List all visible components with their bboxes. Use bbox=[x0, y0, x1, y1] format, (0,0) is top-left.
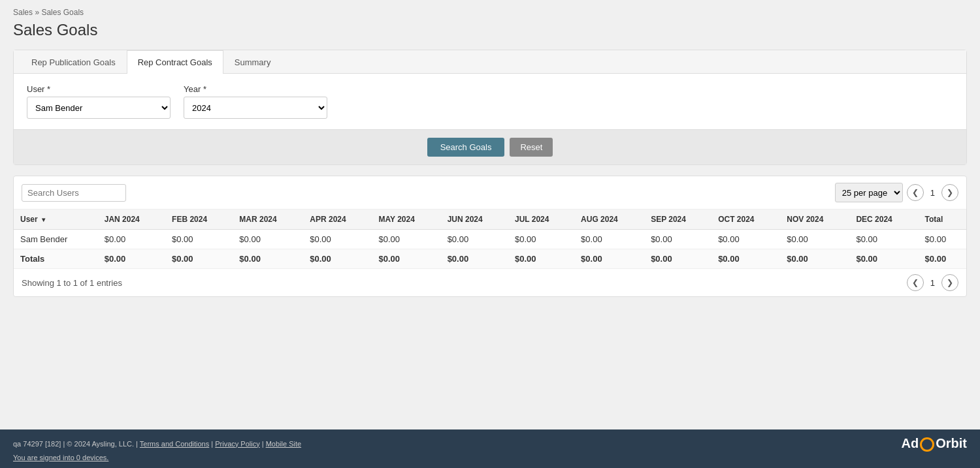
cell-totals-jul: $0.00 bbox=[508, 249, 574, 269]
cell-totals-aug: $0.00 bbox=[574, 249, 644, 269]
sort-icon: ▾ bbox=[42, 216, 45, 223]
goals-table: User ▾ JAN 2024 FEB 2024 MAR 2024 APR 20… bbox=[14, 210, 966, 268]
reset-button[interactable]: Reset bbox=[510, 138, 553, 157]
table-footer: Showing 1 to 1 of 1 entries ❮ 1 ❯ bbox=[14, 268, 966, 296]
col-jul: JUL 2024 bbox=[508, 210, 574, 230]
col-dec: DEC 2024 bbox=[849, 210, 918, 230]
form-row: User * Sam Bender Year * 2023 2024 2025 bbox=[27, 84, 953, 119]
cell-apr: $0.00 bbox=[303, 230, 372, 249]
cell-aug: $0.00 bbox=[574, 230, 644, 249]
terms-link[interactable]: Terms and Conditions bbox=[140, 440, 209, 448]
cell-sep: $0.00 bbox=[644, 230, 711, 249]
per-page-select[interactable]: 10 per page 25 per page 50 per page bbox=[835, 183, 903, 202]
cell-totals-apr: $0.00 bbox=[303, 249, 372, 269]
footer-logo: Ad Orbit bbox=[902, 436, 967, 451]
cell-totals-sep: $0.00 bbox=[644, 249, 711, 269]
cell-may: $0.00 bbox=[372, 230, 440, 249]
cell-totals-mar: $0.00 bbox=[233, 249, 303, 269]
footer-current-page: 1 bbox=[928, 278, 938, 288]
tab-rep-publication-goals[interactable]: Rep Publication Goals bbox=[20, 50, 127, 74]
cell-totals-feb: $0.00 bbox=[165, 249, 233, 269]
col-oct: OCT 2024 bbox=[711, 210, 780, 230]
footer-top: qa 74297 [182] | © 2024 Aysling, LLC. | … bbox=[13, 436, 967, 451]
user-field-group: User * Sam Bender bbox=[27, 84, 171, 119]
cell-totals-nov: $0.00 bbox=[780, 249, 849, 269]
cell-jun: $0.00 bbox=[441, 230, 508, 249]
search-input[interactable] bbox=[22, 184, 126, 202]
cell-jan: $0.00 bbox=[98, 230, 165, 249]
col-user[interactable]: User ▾ bbox=[14, 210, 98, 230]
mobile-link[interactable]: Mobile Site bbox=[266, 440, 301, 448]
prev-page-button[interactable]: ❮ bbox=[907, 184, 924, 201]
orbit-icon bbox=[920, 437, 934, 452]
col-total: Total bbox=[919, 210, 966, 230]
cell-totals-dec: $0.00 bbox=[849, 249, 918, 269]
page-title: Sales Goals bbox=[13, 21, 967, 39]
cell-totals-total: $0.00 bbox=[919, 249, 966, 269]
cell-totals-label: Totals bbox=[14, 249, 98, 269]
site-footer: qa 74297 [182] | © 2024 Aysling, LLC. | … bbox=[0, 429, 980, 468]
col-apr: APR 2024 bbox=[303, 210, 372, 230]
tab-summary[interactable]: Summary bbox=[223, 50, 282, 74]
year-label: Year * bbox=[184, 84, 327, 94]
tab-bar: Rep Publication Goals Rep Contract Goals… bbox=[14, 50, 966, 74]
cell-total: $0.00 bbox=[919, 230, 966, 249]
cell-jul: $0.00 bbox=[508, 230, 574, 249]
cell-mar: $0.00 bbox=[233, 230, 303, 249]
footer-pagination: ❮ 1 ❯ bbox=[907, 274, 958, 291]
footer-next-page-button[interactable]: ❯ bbox=[941, 274, 958, 291]
col-sep: SEP 2024 bbox=[644, 210, 711, 230]
signed-in-link[interactable]: You are signed into 0 devices. bbox=[13, 454, 108, 461]
cell-nov: $0.00 bbox=[780, 230, 849, 249]
user-label: User * bbox=[27, 84, 171, 94]
next-page-button[interactable]: ❯ bbox=[941, 184, 958, 201]
col-aug: AUG 2024 bbox=[574, 210, 644, 230]
col-mar: MAR 2024 bbox=[233, 210, 303, 230]
actions-bar: Search Goals Reset bbox=[14, 129, 966, 164]
col-may: MAY 2024 bbox=[372, 210, 440, 230]
breadcrumb: Sales » Sales Goals bbox=[13, 8, 967, 17]
main-card: Rep Publication Goals Rep Contract Goals… bbox=[13, 50, 967, 165]
table-header-row: User ▾ JAN 2024 FEB 2024 MAR 2024 APR 20… bbox=[14, 210, 966, 230]
cell-totals-may: $0.00 bbox=[372, 249, 440, 269]
per-page-control: 10 per page 25 per page 50 per page ❮ 1 … bbox=[835, 183, 958, 202]
tab-rep-contract-goals[interactable]: Rep Contract Goals bbox=[127, 50, 223, 74]
col-jan: JAN 2024 bbox=[98, 210, 165, 230]
year-select[interactable]: 2023 2024 2025 bbox=[184, 97, 327, 119]
col-nov: NOV 2024 bbox=[780, 210, 849, 230]
current-page-top: 1 bbox=[928, 188, 938, 198]
cell-dec: $0.00 bbox=[849, 230, 918, 249]
table-row: Sam Bender $0.00 $0.00 $0.00 $0.00 $0.00… bbox=[14, 230, 966, 249]
cell-user: Sam Bender bbox=[14, 230, 98, 249]
cell-totals-jun: $0.00 bbox=[441, 249, 508, 269]
year-field-group: Year * 2023 2024 2025 bbox=[184, 84, 327, 119]
col-feb: FEB 2024 bbox=[165, 210, 233, 230]
col-jun: JUN 2024 bbox=[441, 210, 508, 230]
user-select[interactable]: Sam Bender bbox=[27, 97, 171, 119]
showing-text: Showing 1 to 1 of 1 entries bbox=[22, 278, 122, 288]
cell-oct: $0.00 bbox=[711, 230, 780, 249]
cell-totals-jan: $0.00 bbox=[98, 249, 165, 269]
cell-totals-oct: $0.00 bbox=[711, 249, 780, 269]
search-goals-button[interactable]: Search Goals bbox=[427, 138, 505, 157]
form-section: User * Sam Bender Year * 2023 2024 2025 bbox=[14, 74, 966, 129]
table-container: 10 per page 25 per page 50 per page ❮ 1 … bbox=[13, 176, 967, 297]
cell-feb: $0.00 bbox=[165, 230, 233, 249]
footer-signed-in: You are signed into 0 devices. bbox=[13, 454, 967, 461]
footer-info: qa 74297 [182] | © 2024 Aysling, LLC. | … bbox=[13, 440, 301, 448]
totals-row: Totals $0.00 $0.00 $0.00 $0.00 $0.00 $0.… bbox=[14, 249, 966, 269]
table-toolbar: 10 per page 25 per page 50 per page ❮ 1 … bbox=[14, 176, 966, 210]
privacy-link[interactable]: Privacy Policy bbox=[215, 440, 259, 448]
footer-prev-page-button[interactable]: ❮ bbox=[907, 274, 924, 291]
